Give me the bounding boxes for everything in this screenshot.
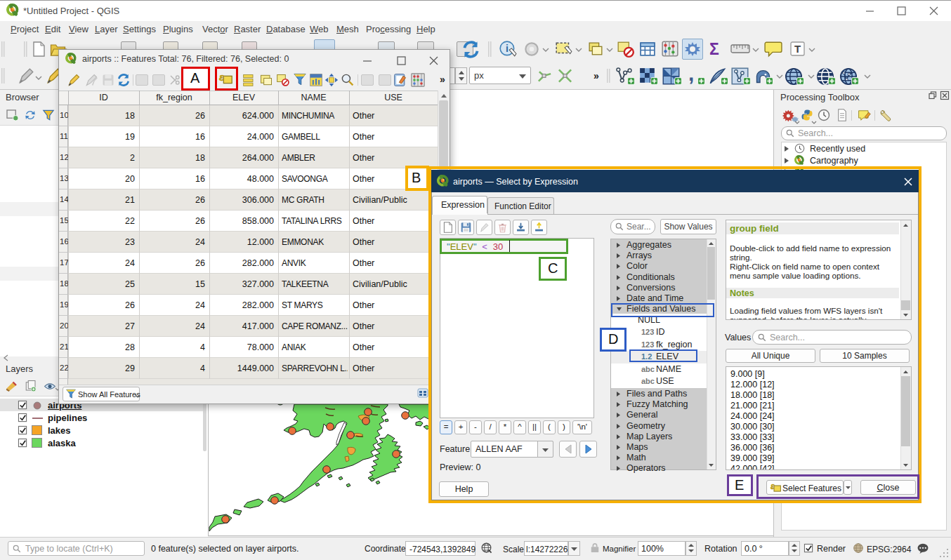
- svg-text:ε: ε: [219, 71, 225, 83]
- svg-text:T: T: [794, 43, 801, 55]
- svg-text:i: i: [506, 43, 509, 54]
